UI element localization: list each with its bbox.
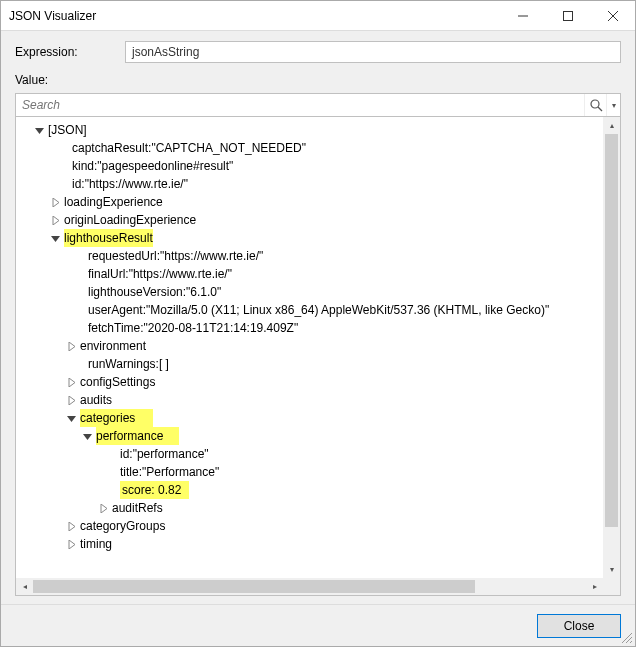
tree-node-loadingExperience[interactable]: loadingExperience [20,193,603,211]
tree-node[interactable]: lighthouseVersion: "6.1.0" [20,283,603,301]
search-icon [589,98,603,112]
expression-value: jsonAsString [132,45,199,59]
search-bar: ▾ [15,93,621,117]
collapse-icon[interactable] [80,429,94,443]
tree-node[interactable]: id: "https://www.rte.ie/" [20,175,603,193]
expand-icon[interactable] [64,393,78,407]
tree-node-performance[interactable]: performance [20,427,603,445]
chevron-left-icon: ◂ [23,582,27,591]
chevron-down-icon: ▾ [612,101,616,110]
tree-container: [JSON] captchaResult: "CAPTCHA_NOT_NEEDE… [15,117,621,596]
expand-icon[interactable] [48,195,62,209]
tree-node-timing[interactable]: timing [20,535,603,553]
tree-node[interactable]: title: "Performance" [20,463,603,481]
json-tree[interactable]: [JSON] captchaResult: "CAPTCHA_NOT_NEEDE… [16,117,603,578]
expand-icon[interactable] [96,501,110,515]
vertical-scrollbar[interactable]: ▴ ▾ [603,117,620,578]
scroll-right-button[interactable]: ▸ [586,578,603,595]
expand-icon[interactable] [48,213,62,227]
window-title: JSON Visualizer [9,9,500,23]
collapse-icon[interactable] [32,123,46,137]
search-input[interactable] [16,94,584,116]
dialog-footer: Close [1,604,635,646]
tree-node[interactable]: id: "performance" [20,445,603,463]
minimize-button[interactable] [500,1,545,30]
scroll-thumb[interactable] [33,580,475,593]
scroll-down-button[interactable]: ▾ [603,561,620,578]
chevron-down-icon: ▾ [610,565,614,574]
svg-rect-1 [563,11,572,20]
scroll-track[interactable] [603,134,620,561]
scroll-track[interactable] [33,578,586,595]
dialog-window: JSON Visualizer Expression: jsonAsString… [0,0,636,647]
expand-icon[interactable] [64,339,78,353]
svg-point-4 [591,100,599,108]
expression-label: Expression: [15,45,125,59]
tree-node-root[interactable]: [JSON] [20,121,603,139]
chevron-right-icon: ▸ [593,582,597,591]
expand-icon[interactable] [64,537,78,551]
tree-node[interactable]: userAgent: "Mozilla/5.0 (X11; Linux x86_… [20,301,603,319]
tree-node[interactable]: runWarnings: [ ] [20,355,603,373]
horizontal-scrollbar[interactable]: ◂ ▸ [16,578,603,595]
maximize-icon [563,11,573,21]
tree-node-categories[interactable]: categories [20,409,603,427]
scroll-thumb[interactable] [605,134,618,527]
maximize-button[interactable] [545,1,590,30]
expand-icon[interactable] [64,375,78,389]
expand-icon[interactable] [64,519,78,533]
tree-node-auditRefs[interactable]: auditRefs [20,499,603,517]
close-button[interactable]: Close [537,614,621,638]
titlebar: JSON Visualizer [1,1,635,31]
svg-line-8 [630,641,632,643]
tree-node[interactable]: captchaResult: "CAPTCHA_NOT_NEEDED" [20,139,603,157]
tree-node-originLoadingExperience[interactable]: originLoadingExperience [20,211,603,229]
tree-node-score[interactable]: score: 0.82 [20,481,603,499]
expression-row: Expression: jsonAsString [15,41,621,63]
tree-node-lighthouseResult[interactable]: lighthouseResult [20,229,603,247]
resize-grip[interactable] [619,630,633,644]
collapse-icon[interactable] [64,411,78,425]
content-area: Expression: jsonAsString Value: ▾ [1,31,635,604]
tree-node[interactable]: fetchTime: "2020-08-11T21:14:19.409Z" [20,319,603,337]
svg-line-5 [598,107,602,111]
scroll-left-button[interactable]: ◂ [16,578,33,595]
close-icon [608,11,618,21]
expression-input[interactable]: jsonAsString [125,41,621,63]
tree-node[interactable]: finalUrl: "https://www.rte.ie/" [20,265,603,283]
tree-node-configSettings[interactable]: configSettings [20,373,603,391]
tree-node-environment[interactable]: environment [20,337,603,355]
search-options-dropdown[interactable]: ▾ [606,94,620,116]
chevron-up-icon: ▴ [610,121,614,130]
scroll-up-button[interactable]: ▴ [603,117,620,134]
collapse-icon[interactable] [48,231,62,245]
value-label: Value: [15,73,125,87]
value-panel: ▾ [JSON] captchaResult: "CAPTCHA_NOT_NEE… [15,93,621,596]
tree-node[interactable]: requestedUrl: "https://www.rte.ie/" [20,247,603,265]
resize-grip-icon [619,630,633,644]
scroll-corner [603,578,620,595]
tree-node-categoryGroups[interactable]: categoryGroups [20,517,603,535]
tree-node-audits[interactable]: audits [20,391,603,409]
minimize-icon [518,11,528,21]
tree-node[interactable]: kind: "pagespeedonline#result" [20,157,603,175]
close-window-button[interactable] [590,1,635,30]
search-button[interactable] [584,94,606,116]
